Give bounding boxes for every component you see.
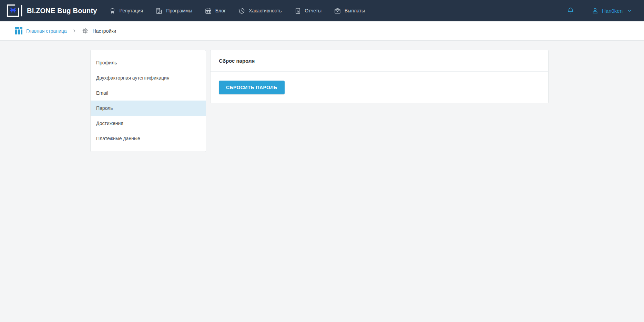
- breadcrumb-current: Настройки: [82, 27, 116, 34]
- settings-menu-item-profile[interactable]: Профиль: [91, 55, 206, 70]
- gear-icon: [82, 27, 89, 34]
- history-icon: [238, 7, 245, 14]
- nav-item-hackactivity[interactable]: Хакактивность: [238, 7, 282, 14]
- chevron-right-icon: [72, 29, 76, 33]
- panel-title: Сброс пароля: [219, 58, 255, 64]
- report-icon: [294, 7, 301, 14]
- nav-item-label: Отчеты: [305, 8, 321, 13]
- nav-item-reports[interactable]: Отчеты: [294, 7, 321, 14]
- brand-logo[interactable]: BI.ZONE Bug Bounty: [6, 4, 97, 18]
- settings-menu-item-2fa[interactable]: Двухфакторная аутентификация: [91, 70, 206, 85]
- newspaper-icon: [205, 7, 212, 14]
- nav-item-label: Блог: [215, 8, 226, 13]
- medal-icon: [109, 7, 116, 14]
- nav-item-payouts[interactable]: Выплаты: [334, 7, 365, 14]
- nav-item-label: Программы: [166, 8, 192, 13]
- breadcrumb-home-label: Главная страница: [26, 28, 67, 34]
- notifications-button[interactable]: [567, 7, 574, 15]
- settings-menu: Профиль Двухфакторная аутентификация Ema…: [90, 50, 206, 152]
- nav-item-label: Выплаты: [345, 8, 365, 13]
- top-nav: BI.ZONE Bug Bounty Репутация: [0, 0, 644, 21]
- chevron-down-icon: [627, 8, 632, 13]
- settings-menu-item-email[interactable]: Email: [91, 85, 206, 101]
- brand-name: BI.ZONE Bug Bounty: [27, 7, 97, 15]
- building-icon: [155, 7, 163, 14]
- bell-icon: [567, 7, 574, 15]
- breadcrumb-home-link[interactable]: Главная страница: [15, 27, 67, 34]
- nav-item-reputation[interactable]: Репутация: [109, 7, 143, 14]
- nav-item-blog[interactable]: Блог: [205, 7, 226, 14]
- main-nav: Репутация Программы: [109, 7, 365, 14]
- breadcrumb-current-label: Настройки: [93, 28, 116, 34]
- panel-header: Сброс пароля: [211, 50, 548, 72]
- bug-logo-icon: [6, 4, 23, 18]
- nav-item-label: Репутация: [120, 8, 143, 13]
- briefcase-icon: [334, 7, 341, 14]
- nav-item-label: Хакактивность: [249, 8, 282, 13]
- reset-password-button[interactable]: СБРОСИТЬ ПАРОЛЬ: [219, 81, 285, 94]
- password-reset-panel: Сброс пароля СБРОСИТЬ ПАРОЛЬ: [210, 50, 549, 103]
- settings-menu-item-password[interactable]: Пароль: [91, 101, 206, 116]
- nav-item-programs[interactable]: Программы: [155, 7, 192, 14]
- dashboard-icon: [15, 27, 22, 34]
- nav-right: Han0ken: [567, 7, 632, 15]
- user-name: Han0ken: [602, 8, 623, 14]
- user-icon: [591, 7, 599, 14]
- breadcrumb: Главная страница Настройки: [0, 21, 644, 41]
- panel-body: СБРОСИТЬ ПАРОЛЬ: [211, 72, 548, 103]
- settings-menu-item-payment-data[interactable]: Платежные данные: [91, 131, 206, 146]
- user-menu[interactable]: Han0ken: [591, 7, 632, 14]
- settings-menu-item-achievements[interactable]: Достижения: [91, 116, 206, 131]
